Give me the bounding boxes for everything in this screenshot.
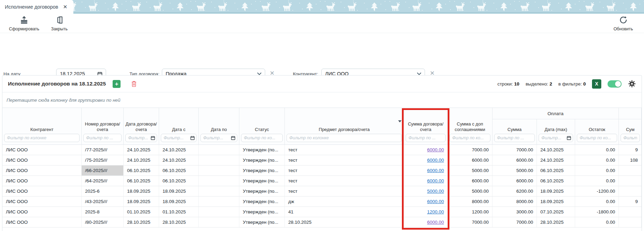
table-cell[interactable]: 108 <box>619 155 642 165</box>
table-cell[interactable] <box>619 217 642 227</box>
table-cell[interactable]: 6000.00 <box>404 197 448 207</box>
table-cell[interactable]: 6000.00 <box>404 165 448 175</box>
table-cell[interactable] <box>199 186 239 196</box>
column-filter-input[interactable] <box>449 134 490 142</box>
table-cell[interactable]: 6000.00 <box>404 145 448 155</box>
table-cell[interactable]: /66-2025/// <box>82 165 124 175</box>
column-filter-input[interactable] <box>4 134 80 142</box>
table-cell[interactable]: 06.10.2025 <box>537 165 575 175</box>
column-header[interactable]: Остаток <box>575 119 619 144</box>
view-toggle[interactable] <box>607 80 622 88</box>
table-cell[interactable]: 5000.00 <box>448 186 492 196</box>
table-cell[interactable]: 1200.00 <box>404 207 448 217</box>
table-cell[interactable]: 6000.00 <box>404 155 448 165</box>
table-cell[interactable]: 6000.00 <box>492 155 537 165</box>
table-row[interactable]: ЛИС ООО/43-2025///18.09.202518.09.2025Ут… <box>2 197 642 207</box>
column-filter-input[interactable] <box>406 134 446 142</box>
table-row[interactable]: ЛИС ООО/80-2025///28.10.202528.10.2025Ут… <box>2 217 642 228</box>
table-cell[interactable]: ЛИС ООО <box>2 145 82 155</box>
table-cell[interactable]: тест <box>285 176 404 186</box>
table-cell[interactable]: ЛИС ООО <box>2 155 82 165</box>
table-cell[interactable]: 8000.00 <box>492 197 537 207</box>
table-cell[interactable]: 41 <box>285 207 404 217</box>
table-cell[interactable] <box>199 145 239 155</box>
column-filter-input[interactable] <box>287 134 402 142</box>
table-cell[interactable]: 7000.00 <box>492 217 537 227</box>
table-cell[interactable]: Утвержден (по... <box>239 176 285 186</box>
table-cell[interactable]: Утвержден (по... <box>239 145 285 155</box>
table-cell[interactable]: Утвержден (по... <box>239 217 285 227</box>
table-cell[interactable]: 01.10.2025 <box>159 207 199 217</box>
contract-sum-link[interactable]: 6000.00 <box>427 220 444 225</box>
table-cell[interactable] <box>199 197 239 207</box>
table-cell[interactable] <box>199 155 239 165</box>
table-cell[interactable]: 0.00 <box>575 197 619 207</box>
table-cell[interactable]: 28.10.2025 <box>159 217 199 227</box>
table-cell[interactable]: /77-2025/// <box>82 145 124 155</box>
table-cell[interactable]: ЛИС ООО <box>2 176 82 186</box>
contract-sum-link[interactable]: 6000.00 <box>427 158 444 163</box>
column-header[interactable]: Сумма с доп соглашениями <box>448 108 492 144</box>
table-cell[interactable]: 2025-8 <box>82 207 124 217</box>
contract-sum-link[interactable]: 6000.00 <box>427 199 444 204</box>
table-cell[interactable]: 3000.00 <box>492 207 537 217</box>
table-cell[interactable] <box>199 207 239 217</box>
column-header[interactable]: Номер договора/счета <box>82 108 124 144</box>
table-cell[interactable] <box>619 176 642 186</box>
table-cell[interactable] <box>199 217 239 227</box>
table-cell[interactable]: ЛИС ООО <box>2 165 82 175</box>
column-header[interactable]: Дата договора/счета <box>124 108 159 144</box>
table-cell[interactable]: 0.00 <box>575 176 619 186</box>
table-cell[interactable] <box>199 165 239 175</box>
table-cell[interactable]: тест <box>285 186 404 196</box>
table-cell[interactable] <box>619 207 642 217</box>
calendar-icon[interactable] <box>231 135 236 140</box>
table-cell[interactable]: /43-2025/// <box>82 197 124 207</box>
generate-button[interactable]: Сформировать <box>9 16 39 31</box>
column-filter-input[interactable] <box>621 134 640 142</box>
column-header[interactable]: Сумма <box>492 119 537 144</box>
table-cell[interactable]: 01.10.2025 <box>124 207 159 217</box>
column-header[interactable]: Дата с <box>159 108 199 144</box>
table-cell[interactable]: 18.09.2025 <box>537 186 575 196</box>
table-cell[interactable]: 5000.00 <box>448 165 492 175</box>
tab-close-icon[interactable]: ✕ <box>63 4 67 10</box>
table-row[interactable]: ЛИС ООО2025-618.09.202518.09.2025Утвержд… <box>2 186 642 197</box>
table-cell[interactable]: 1200.00 <box>448 207 492 217</box>
contract-sum-link[interactable]: 6000.00 <box>427 147 444 152</box>
table-cell[interactable]: Утвержден (по... <box>239 197 285 207</box>
table-row[interactable]: ЛИС ООО/66-2025///06.10.202506.10.2025Ут… <box>2 165 642 176</box>
contract-sum-link[interactable]: 5000.00 <box>427 189 444 194</box>
table-cell[interactable]: 6000.00 <box>448 155 492 165</box>
table-cell[interactable]: 7000.00 <box>448 145 492 155</box>
table-cell[interactable]: 06.10.2025 <box>537 176 575 186</box>
table-cell[interactable]: 6000.00 <box>404 217 448 227</box>
table-cell[interactable]: Утвержден (по... <box>239 207 285 217</box>
table-cell[interactable]: 8000.00 <box>448 197 492 207</box>
table-row[interactable]: ЛИС ООО/64-2025///06.10.202506.10.2025Ут… <box>2 176 642 186</box>
table-cell[interactable]: 24.10.2025 <box>537 155 575 165</box>
table-cell[interactable]: 24.10.2025 <box>537 145 575 155</box>
table-cell[interactable]: /64-2025/// <box>82 176 124 186</box>
refresh-button[interactable]: Обновить <box>613 16 633 31</box>
table-cell[interactable]: 18.09.2025 <box>537 197 575 207</box>
table-cell[interactable]: 9 <box>619 197 642 207</box>
column-header[interactable]: Предмет договора/счета <box>285 108 404 144</box>
table-cell[interactable]: 0.00 <box>575 145 619 155</box>
table-cell[interactable]: Утвержден (по... <box>239 186 285 196</box>
column-header[interactable]: Контрагент <box>2 108 82 144</box>
groupby-hint[interactable]: Перетащите сюда колонку для группировки … <box>2 92 642 108</box>
table-cell[interactable]: 6000.00 <box>448 176 492 186</box>
table-cell[interactable]: 06.10.2025 <box>159 165 199 175</box>
tab-contract-execution[interactable]: Исполнение договоров ✕ <box>0 0 73 14</box>
table-cell[interactable]: 06.10.2025 <box>159 176 199 186</box>
column-filter-input[interactable] <box>241 134 283 142</box>
table-row[interactable]: ЛИС ООО/77-2025///24.10.202524.10.2025Ут… <box>2 145 642 155</box>
table-cell[interactable] <box>619 165 642 175</box>
table-cell[interactable]: 7000.00 <box>448 217 492 227</box>
table-cell[interactable]: тест <box>285 155 404 165</box>
table-cell[interactable]: 6000.00 <box>404 176 448 186</box>
table-cell[interactable]: дж <box>285 197 404 207</box>
table-cell[interactable]: 28.10.2025 <box>124 217 159 227</box>
table-cell[interactable]: 24.10.2025 <box>124 155 159 165</box>
